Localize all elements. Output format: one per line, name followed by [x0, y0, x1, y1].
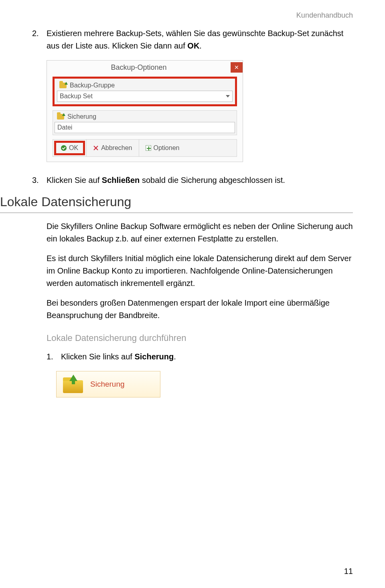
content: 2. Existieren mehrere Backup-Sets, wähle… — [32, 27, 353, 397]
ok-button[interactable]: OK — [54, 141, 85, 155]
substep-1-post: . — [174, 352, 176, 361]
sicherung-section: Sicherung Datei — [53, 110, 237, 135]
sicherung-value: Datei — [57, 124, 72, 131]
step-3-post: sobald die Sicherung abgeschlossen ist. — [140, 176, 285, 185]
page-number: 11 — [344, 567, 353, 576]
folder-icon — [59, 83, 67, 88]
step-3-bold: Schließen — [102, 176, 140, 185]
backup-set-dropdown[interactable]: Backup Set — [57, 91, 233, 102]
step-2-num: 2. — [32, 27, 47, 52]
dialog-titlebar: Backup-Optionen ✕ — [47, 61, 243, 77]
sicherung-button-label: Sicherung — [90, 380, 125, 389]
backup-group-label: Backup-Gruppe — [70, 82, 115, 89]
substep-1: 1. Klicken Sie links auf Sicherung. — [47, 351, 353, 363]
chevron-down-icon — [226, 95, 230, 97]
dialog-body: Backup-Gruppe Backup Set Sicherung — [47, 77, 243, 162]
section-heading: Lokale Datensicherung — [0, 195, 353, 213]
cancel-button[interactable]: Abbrechen — [87, 140, 139, 156]
substep-1-pre: Klicken Sie links auf — [61, 352, 134, 361]
backup-set-value: Backup Set — [60, 93, 93, 100]
page: Kundenhandbuch 2. Existieren mehrere Bac… — [0, 0, 385, 588]
substep-1-bold: Sicherung — [134, 352, 174, 361]
sicherung-screenshot: Sicherung — [56, 371, 353, 397]
folder-upload-icon — [63, 375, 83, 393]
step-3-num: 3. — [32, 174, 47, 187]
sicherung-label-row: Sicherung — [55, 112, 235, 121]
step-2-post: . — [199, 41, 202, 50]
backup-group-section: Backup-Gruppe Backup Set — [53, 77, 237, 106]
substep-1-text: Klicken Sie links auf Sicherung. — [61, 351, 353, 363]
plus-icon — [146, 145, 151, 151]
step-2-text: Existieren mehrere Backup-Sets, wählen S… — [47, 27, 353, 52]
check-icon — [61, 145, 67, 151]
dialog-title: Backup-Optionen — [47, 63, 231, 72]
step-2: 2. Existieren mehrere Backup-Sets, wähle… — [32, 27, 353, 52]
doc-title: Kundenhandbuch — [296, 11, 353, 20]
dialog-button-row: OK Abbrechen Optionen — [53, 139, 237, 157]
options-button[interactable]: Optionen — [139, 140, 186, 156]
para-1: Die Skyfillers Online Backup Software er… — [47, 220, 353, 245]
sicherung-field[interactable]: Datei — [55, 122, 235, 133]
folder-icon — [57, 114, 64, 120]
backup-group-label-row: Backup-Gruppe — [57, 81, 233, 90]
options-label: Optionen — [154, 144, 180, 152]
step-2-bold: OK — [187, 41, 199, 50]
ok-button-wrap: OK — [53, 140, 87, 156]
close-button[interactable]: ✕ — [231, 62, 243, 73]
ok-label: OK — [69, 144, 78, 152]
step-3: 3. Klicken Sie auf Schließen sobald die … — [32, 174, 353, 187]
step-3-text: Klicken Sie auf Schließen sobald die Sic… — [47, 174, 353, 187]
sicherung-label: Sicherung — [67, 113, 96, 120]
cancel-label: Abbrechen — [101, 144, 132, 152]
x-icon — [93, 145, 99, 151]
close-icon: ✕ — [234, 64, 239, 71]
para-2: Es ist durch Skyfillers Initial möglich … — [47, 252, 353, 290]
sicherung-button[interactable]: Sicherung — [56, 371, 160, 397]
backup-options-panel: Backup-Optionen ✕ Backup-Gruppe Backup S… — [47, 60, 243, 162]
para-3: Bei besonders großen Datenmengen erspart… — [47, 297, 353, 322]
step-3-pre: Klicken Sie auf — [47, 176, 102, 185]
subsection-heading: Lokale Datensicherung durchführen — [47, 333, 353, 343]
dialog-screenshot: Backup-Optionen ✕ Backup-Gruppe Backup S… — [47, 60, 353, 162]
substep-1-num: 1. — [47, 351, 61, 363]
